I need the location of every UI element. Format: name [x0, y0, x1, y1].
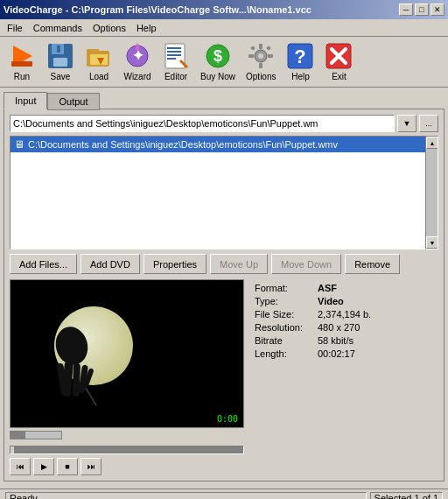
svg-rect-27	[250, 46, 256, 51]
buynow-label: Buy Now	[200, 72, 235, 81]
path-dropdown-button[interactable]: ▼	[397, 115, 416, 132]
length-value: 00:02:17	[318, 348, 355, 359]
menu-commands[interactable]: Commands	[28, 21, 88, 35]
svg-rect-14	[167, 47, 181, 49]
file-list-item[interactable]: 🖥 C:\Documents and Settings\iniguez\Desk…	[10, 137, 438, 152]
tab-bar: Input Output	[4, 91, 444, 109]
move-up-button[interactable]: Move Up	[210, 254, 268, 274]
exit-label: Exit	[332, 72, 346, 81]
seek-bar[interactable]	[10, 446, 244, 454]
close-button[interactable]: ✕	[430, 4, 444, 16]
window-controls: ─ □ ✕	[399, 4, 444, 16]
help-icon: ?	[286, 42, 314, 70]
editor-button[interactable]: Editor	[158, 39, 194, 84]
path-bar: ▼ ...	[10, 115, 438, 132]
svg-rect-26	[268, 54, 273, 58]
add-files-button[interactable]: Add Files...	[10, 254, 77, 274]
format-row: Format: ASF	[255, 283, 431, 293]
editor-label: Editor	[164, 72, 187, 81]
volume-slider[interactable]	[10, 431, 62, 439]
svg-rect-37	[73, 363, 80, 397]
playback-controls: ⏮ ▶ ■ ⏭	[10, 458, 244, 475]
svg-rect-16	[167, 54, 181, 56]
exit-button[interactable]: Exit	[320, 39, 357, 84]
options-button[interactable]: Options	[242, 39, 280, 84]
resolution-row: Resolution: 480 x 270	[255, 322, 431, 333]
main-content: Input Output ▼ ... 🖥 C:\Documents and Se…	[0, 88, 448, 485]
help-button[interactable]: ? Help	[282, 39, 318, 84]
svg-text:$: $	[214, 47, 222, 65]
scrollbar-vertical[interactable]: ▲ ▼	[425, 137, 438, 249]
type-label: Type:	[255, 296, 318, 306]
run-icon	[8, 42, 36, 70]
title-bar: VideoCharge - C:\Program Files\VideoChar…	[0, 0, 448, 19]
format-label: Format:	[255, 283, 318, 293]
video-panel: 0:00	[10, 279, 244, 428]
type-value: Video	[318, 296, 344, 306]
svg-text:?: ?	[295, 46, 306, 67]
svg-rect-17	[167, 58, 176, 60]
buynow-button[interactable]: $ Buy Now	[196, 39, 240, 84]
svg-rect-23	[259, 44, 262, 49]
file-type-icon: 🖥	[14, 138, 24, 151]
scroll-down-arrow[interactable]: ▼	[426, 236, 438, 249]
svg-rect-28	[266, 46, 271, 51]
filesize-label: File Size:	[255, 309, 318, 320]
resolution-label: Resolution:	[255, 322, 318, 333]
menu-help[interactable]: Help	[131, 21, 162, 35]
tab-output[interactable]: Output	[47, 93, 99, 110]
load-label: Load	[89, 72, 108, 81]
remove-button[interactable]: Remove	[345, 254, 400, 274]
save-icon	[46, 42, 74, 70]
bitrate-row: Bitrate 58 kbit/s	[255, 335, 431, 346]
path-browse-button[interactable]: ...	[419, 115, 438, 132]
seek-fill	[10, 446, 14, 453]
rewind-button[interactable]: ⏮	[10, 458, 31, 475]
file-list[interactable]: 🖥 C:\Documents and Settings\iniguez\Desk…	[10, 136, 438, 249]
file-info-panel: Format: ASF Type: Video File Size: 2,374…	[248, 279, 438, 475]
tab-input[interactable]: Input	[4, 92, 47, 109]
svg-rect-7	[87, 49, 99, 53]
resolution-value: 480 x 270	[318, 322, 360, 333]
file-path: C:\Documents and Settings\iniguez\Deskto…	[28, 139, 338, 150]
scroll-track[interactable]	[426, 149, 438, 236]
editor-icon	[162, 42, 190, 70]
filesize-value: 2,374,194 b.	[318, 309, 371, 320]
menu-options[interactable]: Options	[88, 21, 131, 35]
move-down-button[interactable]: Move Down	[271, 254, 341, 274]
run-button[interactable]: Run	[4, 39, 40, 84]
svg-rect-12	[136, 44, 139, 51]
save-button[interactable]: Save	[42, 39, 79, 84]
bottom-section: 0:00 ⏮ ▶ ■	[10, 279, 438, 475]
wizard-button[interactable]: ✦ Wizard	[119, 39, 156, 84]
forward-button[interactable]: ⏭	[80, 458, 102, 475]
add-dvd-button[interactable]: Add DVD	[80, 254, 140, 274]
properties-button[interactable]: Properties	[144, 254, 206, 274]
svg-point-34	[52, 323, 92, 369]
player-controls: ⏮ ▶ ■ ⏭	[10, 431, 244, 475]
play-button[interactable]: ▶	[33, 458, 54, 475]
menu-bar: File Commands Options Help	[0, 19, 448, 37]
stop-button[interactable]: ■	[57, 458, 78, 475]
maximize-button[interactable]: □	[415, 4, 429, 16]
load-icon	[85, 42, 113, 70]
help-label: Help	[291, 72, 310, 81]
path-input[interactable]	[10, 115, 395, 132]
menu-file[interactable]: File	[2, 21, 28, 35]
svg-line-40	[86, 388, 96, 405]
scroll-up-arrow[interactable]: ▲	[426, 137, 438, 149]
options-label: Options	[246, 72, 276, 81]
type-row: Type: Video	[255, 296, 431, 306]
load-button[interactable]: Load	[80, 39, 117, 84]
minimize-button[interactable]: ─	[399, 4, 413, 16]
wizard-label: Wizard	[123, 72, 150, 81]
svg-rect-15	[167, 51, 181, 53]
svg-point-22	[258, 53, 263, 59]
buynow-icon: $	[204, 42, 232, 70]
selection-status: Selected 1 of 1	[370, 492, 443, 500]
input-panel: ▼ ... 🖥 C:\Documents and Settings\inigue…	[4, 109, 444, 481]
hand-shadow-graphic	[37, 293, 124, 407]
status-text: Ready	[5, 492, 367, 500]
action-buttons: Add Files... Add DVD Properties Move Up …	[10, 254, 438, 274]
svg-rect-5	[57, 46, 60, 53]
